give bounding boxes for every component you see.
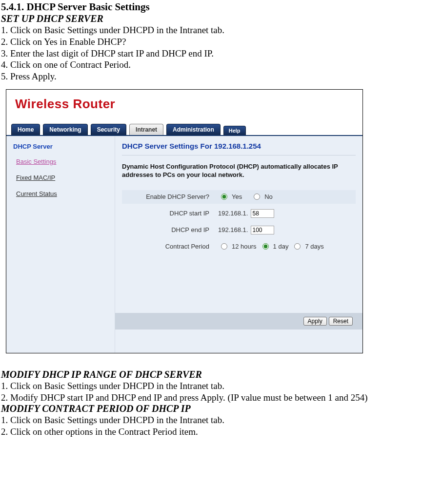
- tab-networking[interactable]: Networking: [43, 124, 87, 135]
- sidebar-item-basic-settings[interactable]: Basic Settings: [16, 158, 111, 165]
- modify-range-step: 2. Modify DHCP start IP and DHCP end IP …: [1, 392, 422, 404]
- radio-label-12h: 12 hours: [232, 243, 257, 250]
- sidebar-title: DHCP Server: [13, 143, 111, 150]
- ip-prefix-end: 192.168.1.: [218, 226, 248, 233]
- apply-button[interactable]: Apply: [303, 317, 327, 326]
- radio-contract-1d[interactable]: [262, 243, 269, 250]
- tab-security[interactable]: Security: [91, 124, 126, 135]
- tab-intranet[interactable]: Intranet: [129, 124, 163, 135]
- tab-home[interactable]: Home: [11, 124, 40, 135]
- radio-label-yes: Yes: [232, 193, 242, 200]
- radio-label-7d: 7 days: [305, 243, 323, 250]
- tab-administration[interactable]: Administration: [166, 124, 221, 135]
- setup-step: 4. Click on one of Contract Period.: [1, 59, 422, 71]
- row-dhcp-end: DHCP end IP 192.168.1.: [122, 223, 356, 237]
- content-title: DHCP Server Settings For 192.168.1.254: [122, 142, 356, 155]
- reset-button[interactable]: Reset: [329, 317, 353, 326]
- label-dhcp-start: DHCP start IP: [124, 210, 218, 217]
- radio-label-1d: 1 day: [273, 243, 289, 250]
- row-contract-period: Contract Period 12 hours 1 day 7 days: [122, 240, 356, 253]
- tab-bar: Home Networking Security Intranet Admini…: [6, 120, 362, 135]
- label-enable-dhcp: Enable DHCP Server?: [124, 193, 218, 200]
- ip-prefix-start: 192.168.1.: [218, 210, 248, 217]
- modify-range-step: 1. Click on Basic Settings under DHCPD i…: [1, 380, 422, 392]
- content-description: Dynamic Host Configuration Protocol (DHC…: [122, 162, 356, 179]
- section-heading: 5.4.1. DHCP Server Basic Settings: [1, 1, 422, 13]
- radio-contract-7d[interactable]: [294, 243, 301, 250]
- sidebar: DHCP Server Basic Settings Fixed MAC/IP …: [6, 136, 115, 353]
- setup-step: 3. Enter the last digit of DHCP start IP…: [1, 48, 422, 59]
- radio-enable-yes[interactable]: [221, 194, 227, 200]
- content-panel: DHCP Server Settings For 192.168.1.254 D…: [115, 136, 362, 353]
- tab-help[interactable]: Help: [223, 126, 246, 135]
- radio-enable-no[interactable]: [254, 194, 260, 200]
- subsection-modify-contract: MODIFY CONTRACT PERIOD OF DHCP IP: [1, 403, 422, 414]
- input-dhcp-end[interactable]: [251, 226, 274, 234]
- setup-step: 2. Click on Yes in Enable DHCP?: [1, 36, 422, 48]
- subsection-modify-range: MODIFY DHCP IP RANGE OF DHCP SERVER: [1, 369, 422, 380]
- radio-label-no: No: [264, 193, 273, 200]
- radio-contract-12h[interactable]: [221, 243, 227, 250]
- router-header: Wireless Router: [6, 90, 362, 120]
- label-dhcp-end: DHCP end IP: [124, 226, 218, 233]
- modify-contract-step: 1. Click on Basic Settings under DHCPD i…: [1, 414, 422, 426]
- label-contract-period: Contract Period: [124, 243, 218, 250]
- router-screenshot: Wireless Router Home Networking Security…: [6, 89, 363, 353]
- setup-step: 5. Press Apply.: [1, 71, 422, 82]
- modify-contract-step: 2. Click on other options in the Contrac…: [1, 426, 422, 438]
- app-body: DHCP Server Basic Settings Fixed MAC/IP …: [6, 135, 362, 353]
- sidebar-item-fixed-mac-ip[interactable]: Fixed MAC/IP: [16, 174, 111, 181]
- row-dhcp-start: DHCP start IP 192.168.1.: [122, 207, 356, 220]
- row-enable-dhcp: Enable DHCP Server? Yes No: [122, 190, 356, 204]
- router-logo: Wireless Router: [15, 97, 115, 111]
- action-bar: Apply Reset: [115, 313, 362, 330]
- subsection-setup: SET UP DHCP SERVER: [1, 13, 422, 24]
- setup-step: 1. Click on Basic Settings under DHCPD i…: [1, 24, 422, 36]
- input-dhcp-start[interactable]: [251, 209, 274, 218]
- sidebar-item-current-status[interactable]: Current Status: [16, 190, 111, 197]
